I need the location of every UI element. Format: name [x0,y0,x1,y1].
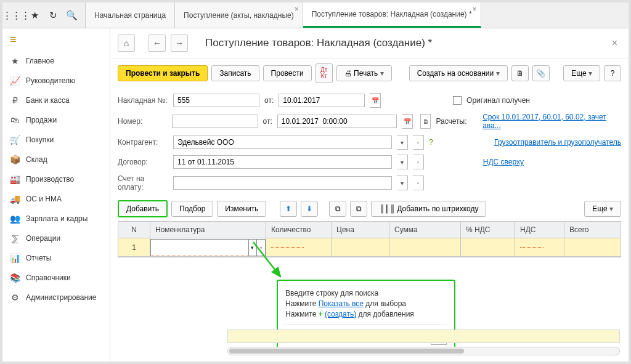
sidebar-item-main[interactable]: ★Главное [2,51,110,71]
forward-button[interactable]: → [171,34,188,52]
counterparty-input[interactable] [173,135,392,149]
popup-hint-create: Нажмите + (создать) для добавления [285,310,447,318]
menu-icon[interactable]: ≡ [2,28,110,51]
more-button[interactable]: Еще [563,65,600,81]
clip-button[interactable]: 📎 [532,65,550,81]
popup-hint-showall: Нажмите Показать все для выбора [285,299,447,308]
star-icon[interactable]: ★ [30,10,39,20]
settlements-link[interactable]: Срок 10.01.2017, 60.01, 60.02, зачет ава… [482,113,621,130]
col-nomenclature[interactable]: Номенклатура [150,222,266,238]
tab-home[interactable]: Начальная страница [85,2,175,28]
sidebar-item-admin[interactable]: ⚙Администрирование [2,288,110,307]
post-button[interactable]: Провести [263,65,312,81]
add-row-button[interactable]: Добавить [118,200,168,217]
cell-total[interactable] [564,238,621,256]
move-down-button[interactable]: ⬇ [301,201,318,217]
post-and-close-button[interactable]: Провести и закрыть [118,65,208,81]
col-vat-percent[interactable]: % НДС [461,222,515,238]
sidebar-item-operations[interactable]: ⅀Операции [2,229,110,248]
table-row[interactable]: 1 ▾ ▫ [118,238,621,257]
sidebar-item-reports[interactable]: 📊Отчеты [2,248,110,268]
save-button[interactable]: Записать [211,65,259,81]
cell-sum[interactable] [389,238,461,256]
search-icon[interactable]: 🔍 [67,10,76,20]
calendar-icon[interactable]: 📅 [370,93,381,108]
paste-button[interactable]: ⧉ [350,201,367,217]
cell-qty[interactable] [266,238,332,256]
chevron-down-icon[interactable]: ▾ [397,176,408,190]
shipper-link[interactable]: Грузоотправитель и грузополучатель [494,138,621,147]
settlements-label: Расчеты: [436,117,466,126]
attach-doc-button[interactable]: 🗎 [511,65,529,81]
col-price[interactable]: Цена [332,222,389,238]
open-icon[interactable]: ▫ [413,155,424,169]
page-title: Поступление товаров: Накладная (создание… [205,37,603,49]
sidebar-item-assets[interactable]: 🚚ОС и НМА [2,189,110,209]
sidebar-item-purchases[interactable]: 🛒Покупки [2,130,110,150]
grid-more-button[interactable]: Еще [584,201,621,217]
doc-icon[interactable]: 🗎 [420,114,431,129]
print-button[interactable]: Печать [336,65,392,81]
col-total[interactable]: Всего [564,222,621,238]
invoice-no-input[interactable] [173,94,259,107]
number-input[interactable] [172,115,258,128]
copy-button[interactable]: ⧉ [329,201,346,217]
create-link-inline[interactable]: (создать) [325,310,356,318]
home-button[interactable]: ⌂ [118,34,135,52]
top-tab-bar: ⋮⋮⋮ ★ ↻ 🔍 Начальная страница Поступление… [2,2,629,28]
contract-input[interactable] [173,155,392,169]
chevron-down-icon[interactable]: ▾ [397,155,408,169]
tab-current[interactable]: Поступление товаров: Накладная (создание… [303,2,481,28]
sidebar: ≡ ★Главное 📈Руководителю ₽Банк и касса 🛍… [2,28,110,362]
close-icon[interactable]: × [295,5,299,14]
cell-price[interactable] [332,238,389,256]
sidebar-item-manager[interactable]: 📈Руководителю [2,71,110,91]
sidebar-item-bank[interactable]: ₽Банк и касса [2,91,110,110]
payment-acc-label: Счет на оплату: [118,174,168,192]
open-icon[interactable]: ▫ [413,176,424,190]
pick-button[interactable]: Подбор [171,201,213,217]
sidebar-item-sales[interactable]: 🛍Продажи [2,110,110,130]
history-icon[interactable]: ↻ [48,10,58,20]
back-button[interactable]: ← [149,34,166,52]
nomenclature-input[interactable] [150,239,249,256]
sidebar-item-payroll[interactable]: 👥Зарплата и кадры [2,209,110,229]
sidebar-item-production[interactable]: 🏭Производство [2,169,110,189]
col-quantity[interactable]: Количество [266,222,332,238]
horizontal-scrollbar[interactable] [227,347,620,355]
col-vat[interactable]: НДС [515,222,564,238]
sidebar-item-catalogs[interactable]: 📚Справочники [2,268,110,288]
col-n[interactable]: N [118,222,150,238]
apps-icon[interactable]: ⋮⋮⋮ [11,10,21,20]
help-button[interactable]: ? [604,65,621,81]
cell-vat[interactable] [515,238,564,256]
tab-receipts[interactable]: Поступление (акты, накладные)× [175,2,303,28]
vat-link[interactable]: НДС сверху [483,158,524,166]
chevron-down-icon[interactable]: ▾ [249,239,258,256]
number-date-input[interactable] [277,115,397,128]
show-all-link-inline[interactable]: Показать все [319,299,364,308]
books-icon: 📚 [10,273,20,283]
col-sum[interactable]: Сумма [389,222,461,238]
payment-acc-input[interactable] [173,176,392,190]
invoice-date-input[interactable] [279,94,365,107]
sidebar-item-warehouse[interactable]: 📦Склад [2,150,110,169]
open-icon[interactable]: ▫ [413,135,424,150]
calendar-icon[interactable]: 📅 [402,114,413,129]
help-link[interactable]: ? [429,138,433,147]
edit-button[interactable]: Изменить [217,201,266,217]
close-page-button[interactable]: × [608,38,621,49]
movements-button[interactable]: ДтКт [316,63,333,83]
close-icon[interactable]: × [473,5,477,14]
sigma-icon: ⅀ [10,233,20,243]
popup-hint-search: Введите строку для поиска [285,289,447,297]
move-up-button[interactable]: ⬆ [280,201,297,217]
open-icon[interactable]: ▫ [257,239,266,256]
cell-n: 1 [118,238,150,256]
original-received-checkbox[interactable] [453,96,462,105]
create-based-button[interactable]: Создать на основании [409,65,508,81]
cell-vatp[interactable] [461,238,515,256]
chart-icon: 📈 [10,76,20,86]
add-by-barcode-button[interactable]: ║║║ Добавить по штрихкоду [371,201,486,217]
chevron-down-icon[interactable]: ▾ [397,135,408,150]
